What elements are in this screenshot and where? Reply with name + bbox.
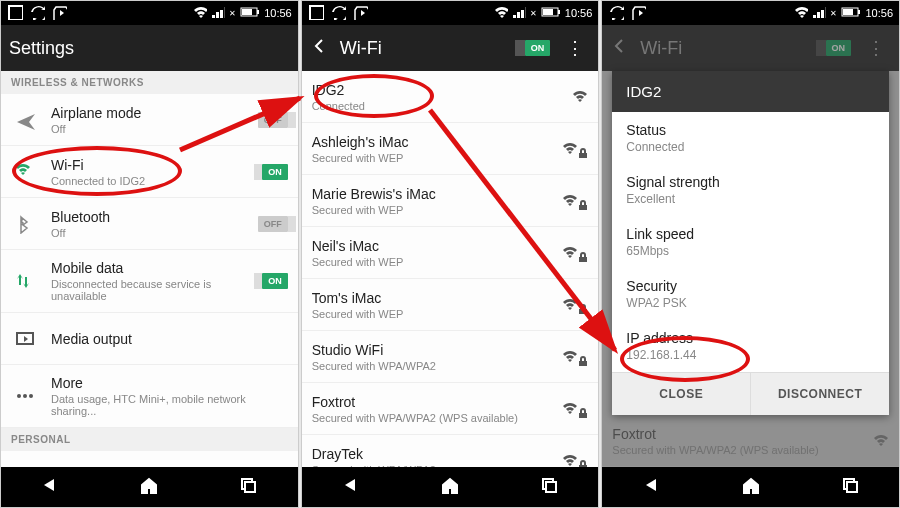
header: Wi-Fi ON ⋮ — [602, 25, 899, 71]
section-personal: PERSONAL — [1, 428, 298, 451]
item-title: More — [51, 375, 288, 391]
back-icon — [610, 36, 630, 61]
signal-icon — [812, 5, 826, 21]
signal-icon — [572, 89, 588, 105]
row-key: Link speed — [626, 226, 875, 242]
wifi-network-row[interactable]: Studio WiFiSecured with WPA/WPA2 — [302, 331, 599, 383]
screenshot-icon — [7, 4, 23, 22]
network-sub: Secured with WEP — [312, 204, 551, 216]
network-name: Ashleigh's iMac — [312, 134, 551, 150]
nav-back-icon[interactable] — [40, 475, 60, 499]
wifi-network-row[interactable]: Marie Brewis's iMacSecured with WEP — [302, 175, 599, 227]
back-icon[interactable] — [310, 36, 330, 61]
item-sub: Data usage, HTC Mini+, mobile network sh… — [51, 393, 288, 417]
network-sub: Secured with WEP — [312, 308, 551, 320]
header: Settings — [1, 25, 298, 71]
nav-home-icon[interactable] — [139, 475, 159, 499]
nav-home-icon[interactable] — [440, 475, 460, 499]
signal-icon — [562, 348, 588, 366]
network-sub: Secured with WEP — [312, 256, 551, 268]
nav-recent-icon[interactable] — [238, 475, 258, 499]
header: Wi-Fi ON ⋮ — [302, 25, 599, 71]
wifi-network-row[interactable]: FoxtrotSecured with WPA/WPA2 (WPS availa… — [302, 383, 599, 435]
wifi-master-toggle[interactable]: ON — [525, 40, 551, 56]
disconnect-button[interactable]: DISCONNECT — [750, 373, 889, 415]
mobile-data-icon — [11, 271, 39, 291]
item-personalize[interactable]: Personalize — [1, 451, 298, 467]
row-value: Excellent — [626, 192, 875, 206]
row-key: Signal strength — [626, 174, 875, 190]
overflow-menu-icon: ⋮ — [861, 37, 891, 59]
sync-icon — [608, 4, 624, 22]
network-name: Foxtrot — [312, 394, 551, 410]
item-more[interactable]: More Data usage, HTC Mini+, mobile netwo… — [1, 365, 298, 428]
overflow-menu-icon[interactable]: ⋮ — [560, 37, 590, 59]
wifi-network-row[interactable]: IDG2Connected — [302, 71, 599, 123]
network-sub: Secured with WEP — [312, 152, 551, 164]
row-value: WPA2 PSK — [626, 296, 875, 310]
row-key: Status — [626, 122, 875, 138]
play-store-icon — [51, 4, 67, 22]
no-signal-icon: ✕ — [229, 9, 236, 18]
section-wireless: WIRELESS & NETWORKS — [1, 71, 298, 94]
network-sub: Secured with WPA/WPA2 — [312, 360, 551, 372]
battery-icon — [240, 5, 260, 21]
nav-home-icon[interactable] — [741, 475, 761, 499]
no-signal-icon: ✕ — [530, 9, 537, 18]
no-signal-icon: ✕ — [830, 9, 837, 18]
network-name: Marie Brewis's iMac — [312, 186, 551, 202]
item-sub: Off — [51, 123, 246, 135]
nav-bar — [602, 467, 899, 507]
wifi-network-row[interactable]: Neil's iMacSecured with WEP — [302, 227, 599, 279]
item-airplane-mode[interactable]: Airplane mode Off OFF — [1, 94, 298, 146]
toggle[interactable]: OFF — [258, 112, 288, 128]
battery-icon — [841, 5, 861, 21]
nav-back-icon[interactable] — [341, 475, 361, 499]
dialog-row: IP address192.168.1.44 — [612, 320, 889, 372]
page-title: Wi-Fi — [640, 38, 682, 59]
wifi-network-row[interactable]: DrayTekSecured with WPA/WPA2 — [302, 435, 599, 467]
status-bar: ✕ 10:56 — [1, 1, 298, 25]
item-mobile-data[interactable]: Mobile data Disconnected because service… — [1, 250, 298, 313]
signal-icon — [562, 296, 588, 314]
play-store-icon — [630, 4, 646, 22]
status-bar: ✕ 10:56 — [602, 1, 899, 25]
network-name: IDG2 — [312, 82, 561, 98]
toggle[interactable]: ON — [262, 273, 288, 289]
row-value: 65Mbps — [626, 244, 875, 258]
page-title: Settings — [9, 38, 74, 59]
close-button[interactable]: CLOSE — [612, 373, 750, 415]
item-bluetooth[interactable]: Bluetooth Off OFF — [1, 198, 298, 250]
network-name: Studio WiFi — [312, 342, 551, 358]
network-sub: Connected — [312, 100, 561, 112]
media-output-icon — [11, 329, 39, 349]
nav-back-icon[interactable] — [642, 475, 662, 499]
signal-icon — [562, 244, 588, 262]
nav-recent-icon[interactable] — [539, 475, 559, 499]
network-sub: Secured with WPA/WPA2 (WPS available) — [312, 412, 551, 424]
wifi-network-row[interactable]: Ashleigh's iMacSecured with WEP — [302, 123, 599, 175]
item-title: Wi-Fi — [51, 157, 250, 173]
toggle[interactable]: ON — [262, 164, 288, 180]
dialog-overlay: IDG2 StatusConnectedSignal strengthExcel… — [602, 71, 899, 467]
network-name: DrayTek — [312, 446, 551, 462]
wifi-details-dialog: IDG2 StatusConnectedSignal strengthExcel… — [612, 71, 889, 415]
sync-icon — [29, 4, 45, 22]
item-wifi[interactable]: Wi-Fi Connected to IDG2 ON — [1, 146, 298, 198]
dialog-row: Link speed65Mbps — [612, 216, 889, 268]
signal-icon — [562, 452, 588, 468]
wifi-master-toggle: ON — [826, 40, 852, 56]
dialog-row: Signal strengthExcellent — [612, 164, 889, 216]
item-title: Mobile data — [51, 260, 250, 276]
toggle[interactable]: OFF — [258, 216, 288, 232]
wifi-network-row[interactable]: Tom's iMacSecured with WEP — [302, 279, 599, 331]
item-sub: Disconnected because service is unavaila… — [51, 278, 250, 302]
item-title: Airplane mode — [51, 105, 246, 121]
status-time: 10:56 — [565, 7, 593, 19]
dialog-title: IDG2 — [612, 71, 889, 112]
nav-recent-icon[interactable] — [840, 475, 860, 499]
settings-list[interactable]: WIRELESS & NETWORKS Airplane mode Off OF… — [1, 71, 298, 467]
wifi-network-list[interactable]: IDG2ConnectedAshleigh's iMacSecured with… — [302, 71, 599, 467]
item-media-output[interactable]: Media output — [1, 313, 298, 365]
nav-bar — [302, 467, 599, 507]
